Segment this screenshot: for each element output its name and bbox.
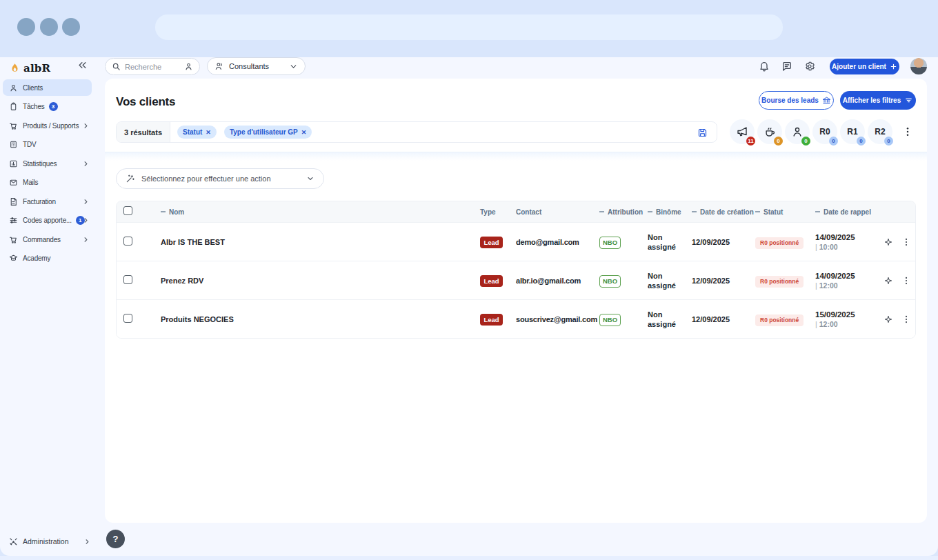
save-filter-icon[interactable] <box>697 128 708 138</box>
bourse-label: Bourse des leads <box>761 97 819 104</box>
settings-gear-icon[interactable] <box>804 61 815 72</box>
sticky-divider <box>105 152 927 161</box>
column-header[interactable]: Type <box>480 208 516 216</box>
table-row[interactable]: Produits NEGOCIESLeadsouscrivez@gmail.co… <box>117 299 915 338</box>
row-menu-icon[interactable] <box>901 237 911 247</box>
sidebar-collapse-icon[interactable] <box>77 60 88 70</box>
bourse-des-leads-button[interactable]: Bourse des leads <box>759 91 834 110</box>
sliders-icon <box>9 216 18 225</box>
column-header[interactable]: Attribution <box>599 208 648 216</box>
bulk-action-select[interactable]: Sélectionnez pour effectuer une action <box>116 168 324 189</box>
brand-name: albR <box>23 62 50 74</box>
creation-date: 12/09/2025 <box>692 277 755 285</box>
add-client-button[interactable]: Ajouter un client <box>830 59 899 74</box>
count-badge: 0 <box>801 137 810 146</box>
window-dot-2[interactable] <box>40 18 58 36</box>
status-badge: R0 positionné <box>755 276 804 288</box>
consultants-value: Consultants <box>229 62 269 70</box>
quick-action-r1[interactable]: R10 <box>840 119 865 144</box>
notifications-bell-icon[interactable] <box>759 61 770 72</box>
sidebar-item-academy[interactable]: Academy <box>3 250 92 267</box>
quick-action-person[interactable]: 0 <box>785 119 810 144</box>
sidebar-item-produits-supports[interactable]: Produits / Supports <box>3 117 92 134</box>
clipboard-icon <box>9 102 18 111</box>
sidebar-item-clients[interactable]: Clients <box>3 79 92 96</box>
window-bottom-edge <box>0 556 938 560</box>
logo[interactable]: albR <box>9 59 50 77</box>
search-person-icon[interactable] <box>184 62 193 71</box>
sidebar-item-label: Statistiques <box>23 160 57 168</box>
attribution-badge: NBO <box>599 314 621 326</box>
row-menu-icon[interactable] <box>901 276 911 286</box>
add-client-label: Ajouter un client <box>832 63 886 70</box>
quick-action-r0[interactable]: R00 <box>812 119 837 144</box>
binome-value: Non assigné <box>648 310 686 329</box>
row-menu-icon[interactable] <box>901 314 911 324</box>
column-header[interactable]: Contact <box>516 208 599 216</box>
sidebar-item-mails[interactable]: Mails <box>3 174 92 191</box>
remove-chip-icon[interactable]: ✕ <box>301 129 307 136</box>
show-filters-button[interactable]: Afficher les filtres <box>840 91 916 110</box>
table-row[interactable]: Prenez RDVLeadalbr.io@gmail.comNBONon as… <box>117 261 915 299</box>
user-avatar[interactable] <box>910 58 927 74</box>
app-window: albR Recherche Consultants Ajouter un cl… <box>0 57 938 556</box>
filter-chips: Statut✕Type d'utilisateur GP✕ <box>177 126 312 139</box>
window-dot-1[interactable] <box>17 18 35 36</box>
sidebar-item-facturation[interactable]: Facturation <box>3 193 92 210</box>
chevron-right-icon <box>82 122 90 130</box>
column-header[interactable]: Statut <box>755 208 815 216</box>
row-checkbox[interactable] <box>123 237 132 246</box>
address-bar[interactable] <box>155 14 783 40</box>
assign-sparkle-icon[interactable] <box>884 276 893 286</box>
column-header[interactable]: Date de création <box>692 208 755 216</box>
chevron-right-icon <box>82 160 90 168</box>
sidebar-item-tdv[interactable]: TDV <box>3 137 92 153</box>
quick-action-kebab[interactable] <box>895 119 920 144</box>
window-dot-3[interactable] <box>62 18 80 36</box>
filter-chip[interactable]: Type d'utilisateur GP✕ <box>224 126 312 139</box>
type-badge: Lead <box>480 314 503 326</box>
column-header[interactable]: Date de rappel <box>815 208 884 216</box>
search-input[interactable]: Recherche <box>105 58 200 75</box>
chat-icon[interactable] <box>781 61 792 72</box>
count-badge: 0 <box>829 137 838 146</box>
client-name: Prenez RDV <box>161 277 480 285</box>
consultants-select[interactable]: Consultants <box>207 57 306 75</box>
user-icon <box>9 83 18 92</box>
kebab-icon <box>902 126 913 137</box>
binome-value: Non assigné <box>648 232 686 252</box>
sidebar-nav: ClientsTâches3Produits / SupportsTDVStat… <box>3 79 105 269</box>
row-checkbox[interactable] <box>123 314 132 323</box>
column-header[interactable]: Nom <box>161 208 480 216</box>
sidebar-item-administration[interactable]: Administration <box>9 533 105 550</box>
client-name: Albr IS THE BEST <box>161 238 480 246</box>
sidebar-item-label: Mails <box>23 179 38 186</box>
academy-icon <box>9 254 18 263</box>
bulk-action-placeholder: Sélectionnez pour effectuer une action <box>141 174 271 183</box>
sidebar-item-commandes[interactable]: Commandes <box>3 231 92 248</box>
help-button[interactable]: ? <box>106 530 125 548</box>
filter-chip[interactable]: Statut✕ <box>177 126 217 139</box>
rappel-date: 14/09/2025 <box>815 272 884 280</box>
assign-sparkle-icon[interactable] <box>884 314 893 324</box>
assign-sparkle-icon[interactable] <box>884 237 893 247</box>
status-badge: R0 positionné <box>755 314 804 326</box>
select-all-checkbox[interactable] <box>123 206 132 215</box>
quick-action-coffee[interactable]: 0 <box>757 119 782 144</box>
consultants-icon <box>214 61 224 71</box>
rappel-time: |12:00 <box>815 281 884 290</box>
status-badge: R0 positionné <box>755 237 804 249</box>
column-header[interactable]: Binôme <box>648 208 692 216</box>
sidebar-item-t-ches[interactable]: Tâches3 <box>3 99 92 115</box>
rappel-date: 14/09/2025 <box>815 233 884 241</box>
rappel-cell: 14/09/2025|10:00 <box>815 233 884 251</box>
quick-action-megaphone[interactable]: 11 <box>730 119 755 144</box>
quick-action-r2[interactable]: R20 <box>868 119 892 144</box>
remove-chip-icon[interactable]: ✕ <box>206 129 211 136</box>
row-checkbox[interactable] <box>123 275 132 284</box>
table-row[interactable]: Albr IS THE BESTLeaddemo@gmail.comNBONon… <box>117 222 915 261</box>
sidebar-item-codes-apporte-[interactable]: Codes apporte...1 <box>3 212 92 229</box>
sidebar-item-label: Codes apporte... <box>23 217 72 224</box>
chevron-down-icon <box>306 174 315 183</box>
sidebar-item-statistiques[interactable]: Statistiques <box>3 155 92 172</box>
